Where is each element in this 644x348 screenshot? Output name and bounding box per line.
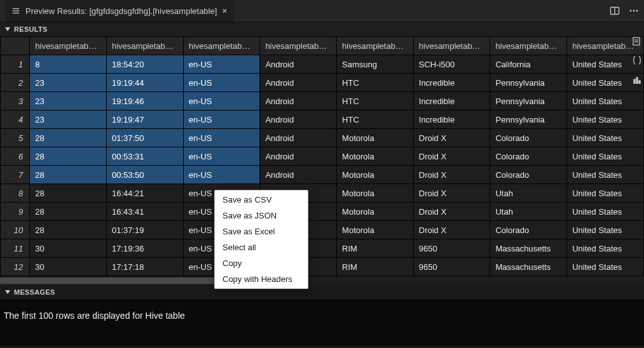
export-json-icon[interactable] xyxy=(631,55,643,66)
cell[interactable]: 16:43:41 xyxy=(106,203,183,221)
cell[interactable]: Incredible xyxy=(413,110,490,129)
cell[interactable]: 00:53:31 xyxy=(106,147,183,166)
context-menu-item[interactable]: Select all xyxy=(215,239,308,255)
cell[interactable]: Pennsylvania xyxy=(490,74,567,92)
cell[interactable]: 01:37:50 xyxy=(106,129,183,147)
table-row[interactable]: 52801:37:50en-USAndroidMotorolaDroid XCo… xyxy=(1,129,644,147)
column-header[interactable]: hivesampletab… xyxy=(413,37,490,55)
editor-tab[interactable]: Preview Results: [gfgfdsgdsgfdhg].[hives… xyxy=(5,0,234,22)
cell[interactable]: RIM xyxy=(337,239,414,258)
row-number[interactable]: 7 xyxy=(1,166,30,184)
cell[interactable]: Android xyxy=(260,166,337,184)
cell[interactable]: 23 xyxy=(30,74,107,92)
cell[interactable]: Colorado xyxy=(490,166,567,184)
cell[interactable]: RIM xyxy=(337,258,414,276)
row-number[interactable]: 3 xyxy=(1,92,30,110)
cell[interactable]: Colorado xyxy=(490,147,567,166)
cell[interactable]: United States xyxy=(567,166,644,184)
cell[interactable]: Droid X xyxy=(413,221,490,239)
cell[interactable]: California xyxy=(490,55,567,74)
table-row[interactable]: 32319:19:46en-USAndroidHTCIncrediblePenn… xyxy=(1,92,644,110)
column-header[interactable]: hivesampletab… xyxy=(260,37,337,55)
table-row[interactable]: 82816:44:21en-USMotorolaDroid XUtahUnite… xyxy=(1,184,644,203)
cell[interactable]: 23 xyxy=(30,92,107,110)
cell[interactable]: 19:19:44 xyxy=(106,74,183,92)
row-number[interactable]: 2 xyxy=(1,74,30,92)
cell[interactable]: 9650 xyxy=(413,239,490,258)
cell[interactable]: Droid X xyxy=(413,129,490,147)
cell[interactable]: Utah xyxy=(490,184,567,203)
cell[interactable]: HTC xyxy=(337,110,414,129)
cell[interactable]: United States xyxy=(567,221,644,239)
cell[interactable]: 30 xyxy=(30,239,107,258)
split-editor-icon[interactable] xyxy=(610,6,620,16)
cell[interactable]: Motorola xyxy=(337,221,414,239)
table-row[interactable]: 92816:43:41en-USMotorolaDroid XUtahUnite… xyxy=(1,203,644,221)
table-row[interactable]: 62800:53:31en-USAndroidMotorolaDroid XCo… xyxy=(1,147,644,166)
context-menu-item[interactable]: Save as JSON xyxy=(215,208,308,224)
cell[interactable]: Massachusetts xyxy=(490,239,567,258)
table-row[interactable]: 22319:19:44en-USAndroidHTCIncrediblePenn… xyxy=(1,74,644,92)
cell[interactable]: en-US xyxy=(183,166,260,184)
column-header[interactable]: hivesampletab… xyxy=(30,37,107,55)
results-table[interactable]: hivesampletab…hivesampletab…hivesampleta… xyxy=(0,36,644,276)
cell[interactable]: 28 xyxy=(30,184,107,203)
cell[interactable]: Incredible xyxy=(413,92,490,110)
cell[interactable]: 00:53:50 xyxy=(106,166,183,184)
cell[interactable]: 01:37:19 xyxy=(106,221,183,239)
cell[interactable]: 8 xyxy=(30,55,107,74)
context-menu-item[interactable]: Save as CSV xyxy=(215,192,308,208)
cell[interactable]: en-US xyxy=(183,55,260,74)
column-header[interactable]: hivesampletab… xyxy=(106,37,183,55)
cell[interactable]: 28 xyxy=(30,147,107,166)
column-header[interactable]: hivesampletab… xyxy=(183,37,260,55)
cell[interactable]: Motorola xyxy=(337,129,414,147)
cell[interactable]: Massachusetts xyxy=(490,258,567,276)
cell[interactable]: 28 xyxy=(30,166,107,184)
cell[interactable]: 17:17:18 xyxy=(106,258,183,276)
table-row[interactable]: 113017:19:36en-USRIM OSRIM9650Massachuse… xyxy=(1,239,644,258)
export-csv-icon[interactable] xyxy=(631,36,643,47)
row-number[interactable]: 11 xyxy=(1,239,30,258)
cell[interactable]: en-US xyxy=(183,110,260,129)
cell[interactable]: 16:44:21 xyxy=(106,184,183,203)
row-number[interactable]: 12 xyxy=(1,258,30,276)
cell[interactable]: en-US xyxy=(183,147,260,166)
messages-section-header[interactable]: MESSAGES xyxy=(0,285,644,299)
table-row[interactable]: 1818:54:20en-USAndroidSamsungSCH-i500Cal… xyxy=(1,55,644,74)
cell[interactable]: 18:54:20 xyxy=(106,55,183,74)
cell[interactable]: SCH-i500 xyxy=(413,55,490,74)
table-row[interactable]: 123017:17:18en-USRIM OSRIM9650Massachuse… xyxy=(1,258,644,276)
cell[interactable]: Motorola xyxy=(337,147,414,166)
cell[interactable]: 19:19:46 xyxy=(106,92,183,110)
chart-icon[interactable] xyxy=(631,74,643,85)
cell[interactable]: 28 xyxy=(30,221,107,239)
cell[interactable]: United States xyxy=(567,129,644,147)
cell[interactable]: Android xyxy=(260,92,337,110)
cell[interactable]: Droid X xyxy=(413,203,490,221)
row-number[interactable]: 8 xyxy=(1,184,30,203)
cell[interactable]: en-US xyxy=(183,92,260,110)
cell[interactable]: Android xyxy=(260,74,337,92)
cell[interactable]: United States xyxy=(567,92,644,110)
cell[interactable]: United States xyxy=(567,147,644,166)
row-number[interactable]: 4 xyxy=(1,110,30,129)
cell[interactable]: Android xyxy=(260,129,337,147)
cell[interactable]: United States xyxy=(567,239,644,258)
column-header[interactable]: hivesampletab… xyxy=(490,37,567,55)
results-section-header[interactable]: RESULTS xyxy=(0,22,644,36)
horizontal-scrollbar[interactable] xyxy=(0,276,644,285)
row-number[interactable]: 9 xyxy=(1,203,30,221)
cell[interactable]: en-US xyxy=(183,74,260,92)
cell[interactable]: 9650 xyxy=(413,258,490,276)
cell[interactable]: Colorado xyxy=(490,221,567,239)
cell[interactable]: 19:19:47 xyxy=(106,110,183,129)
cell[interactable]: Droid X xyxy=(413,147,490,166)
cell[interactable]: en-US xyxy=(183,129,260,147)
cell[interactable]: Pennsylvania xyxy=(490,92,567,110)
cell[interactable]: 17:19:36 xyxy=(106,239,183,258)
cell[interactable]: United States xyxy=(567,184,644,203)
cell[interactable]: 28 xyxy=(30,129,107,147)
cell[interactable]: 28 xyxy=(30,203,107,221)
table-row[interactable]: 72800:53:50en-USAndroidMotorolaDroid XCo… xyxy=(1,166,644,184)
